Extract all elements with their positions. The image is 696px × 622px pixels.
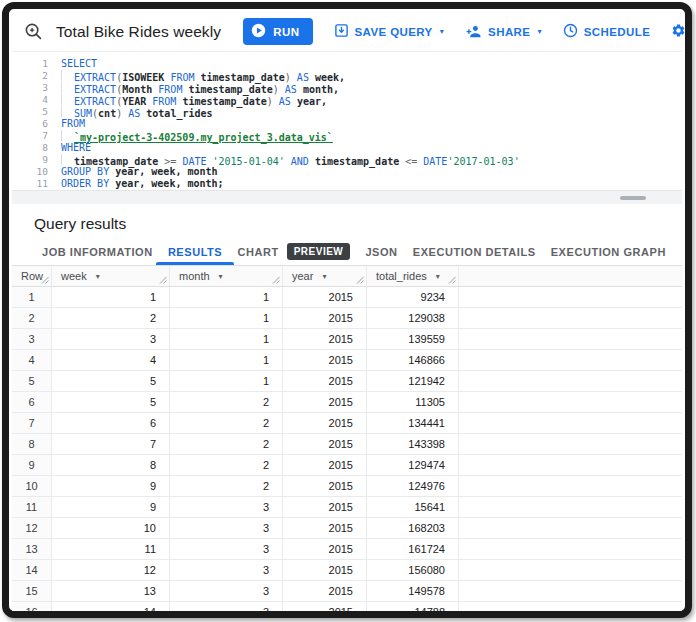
code-line[interactable]: 1SELECT bbox=[18, 58, 682, 70]
table-row: 1193201515641 bbox=[12, 497, 682, 518]
query-editor-toolbar: Total Bike Rides weekly RUN SAVE QUERY ▾ bbox=[12, 12, 682, 52]
code-text: EXTRACT(ISOWEEK FROM timestamp_date) AS … bbox=[61, 70, 345, 82]
column-resize-icon[interactable] bbox=[448, 276, 456, 284]
column-label: month bbox=[179, 270, 210, 282]
cell: 13 bbox=[52, 581, 170, 601]
line-number: 6 bbox=[18, 118, 61, 130]
line-number: 2 bbox=[18, 70, 61, 82]
table-row: 4412015146866 bbox=[12, 350, 682, 371]
cell: 2015 bbox=[283, 350, 367, 370]
cell: 3 bbox=[52, 329, 170, 349]
line-number: 9 bbox=[18, 154, 61, 166]
column-header-week[interactable]: week▾ bbox=[52, 266, 170, 286]
clock-icon bbox=[563, 23, 578, 40]
cell: 143398 bbox=[367, 434, 459, 454]
code-line[interactable]: 5SUM(cnt) AS total_rides bbox=[18, 106, 682, 118]
column-header-year[interactable]: year▾ bbox=[283, 266, 367, 286]
tab-execution-details[interactable]: EXECUTION DETAILS bbox=[413, 238, 536, 265]
cell: 2015 bbox=[283, 581, 367, 601]
tab-results[interactable]: RESULTS bbox=[168, 238, 222, 265]
cell: 14788 bbox=[367, 602, 459, 618]
code-line[interactable]: 8WHERE bbox=[18, 142, 682, 154]
cell: 12 bbox=[12, 518, 52, 538]
cell: 1 bbox=[170, 329, 283, 349]
query-title: Total Bike Rides weekly bbox=[56, 23, 221, 41]
cell: 9234 bbox=[367, 287, 459, 307]
more-button[interactable]: MORE ▾ bbox=[671, 18, 692, 45]
tab-job-information[interactable]: JOB INFORMATION bbox=[42, 238, 153, 265]
cell: 15 bbox=[12, 581, 52, 601]
cell: 14 bbox=[12, 560, 52, 580]
cell: 6 bbox=[52, 413, 170, 433]
cell: 2 bbox=[170, 434, 283, 454]
code-text: `my-project-3-402509.my_project_3.data_v… bbox=[61, 130, 333, 142]
line-number: 3 bbox=[18, 82, 61, 94]
column-menu-icon[interactable]: ▾ bbox=[322, 272, 326, 281]
code-text: WHERE bbox=[61, 142, 91, 154]
run-button[interactable]: RUN bbox=[243, 18, 312, 45]
code-line[interactable]: 4EXTRACT(YEAR FROM timestamp_date) AS ye… bbox=[18, 94, 682, 106]
cell: 1 bbox=[12, 287, 52, 307]
cell: 7 bbox=[12, 413, 52, 433]
cell: 3 bbox=[170, 581, 283, 601]
cell: 3 bbox=[170, 539, 283, 559]
tab-label: RESULTS bbox=[168, 246, 222, 258]
share-button[interactable]: SHARE ▾ bbox=[465, 18, 542, 45]
code-text: EXTRACT(YEAR FROM timestamp_date) AS yea… bbox=[61, 94, 327, 106]
cell: 3 bbox=[170, 560, 283, 580]
code-line[interactable]: 2EXTRACT(ISOWEEK FROM timestamp_date) AS… bbox=[18, 70, 682, 82]
column-resize-icon[interactable] bbox=[41, 276, 49, 284]
sql-editor[interactable]: 1SELECT2EXTRACT(ISOWEEK FROM timestamp_d… bbox=[12, 52, 682, 190]
column-menu-icon[interactable]: ▾ bbox=[436, 272, 440, 281]
cell: 5 bbox=[52, 392, 170, 412]
column-menu-icon[interactable]: ▾ bbox=[96, 272, 100, 281]
line-number: 7 bbox=[18, 130, 61, 142]
cell: 129474 bbox=[367, 455, 459, 475]
bigquery-window: Total Bike Rides weekly RUN SAVE QUERY ▾ bbox=[2, 2, 692, 618]
schedule-button[interactable]: SCHEDULE bbox=[563, 18, 650, 45]
table-row: 131132015161724 bbox=[12, 539, 682, 560]
schedule-label: SCHEDULE bbox=[584, 26, 650, 38]
code-line[interactable]: 11ORDER BY year, week, month; bbox=[18, 178, 682, 190]
column-menu-icon[interactable]: ▾ bbox=[219, 272, 223, 281]
results-title: Query results bbox=[12, 204, 682, 238]
cell: 15641 bbox=[367, 497, 459, 517]
cell: 16 bbox=[12, 602, 52, 618]
cell: 161724 bbox=[367, 539, 459, 559]
cell: 2 bbox=[170, 455, 283, 475]
tab-label: EXECUTION DETAILS bbox=[413, 246, 536, 258]
tab-execution-graph[interactable]: EXECUTION GRAPH bbox=[551, 238, 666, 265]
table-row: 141232015156080 bbox=[12, 560, 682, 581]
column-resize-icon[interactable] bbox=[272, 276, 280, 284]
code-line[interactable]: 9timestamp_date >= DATE '2015-01-04' AND… bbox=[18, 154, 682, 166]
line-number: 1 bbox=[18, 58, 61, 70]
tab-label: CHART bbox=[237, 246, 278, 258]
line-number: 11 bbox=[18, 178, 61, 190]
code-line[interactable]: 3EXTRACT(Month FROM timestamp_date) AS m… bbox=[18, 82, 682, 94]
code-line[interactable]: 10GROUP BY year, week, month bbox=[18, 166, 682, 178]
column-resize-icon[interactable] bbox=[356, 276, 364, 284]
cell: 2 bbox=[52, 308, 170, 328]
gear-icon bbox=[671, 23, 686, 40]
line-number: 8 bbox=[18, 142, 61, 154]
cell: 8 bbox=[12, 434, 52, 454]
save-query-button[interactable]: SAVE QUERY ▾ bbox=[334, 18, 445, 45]
panel-splitter[interactable] bbox=[12, 190, 682, 204]
toolbar-actions: RUN SAVE QUERY ▾ bbox=[243, 18, 692, 45]
cell: 2015 bbox=[283, 497, 367, 517]
table-header-row: Rowweek▾month▾year▾total_rides▾ bbox=[12, 265, 682, 287]
code-line[interactable]: 6FROM bbox=[18, 118, 682, 130]
column-header-month[interactable]: month▾ bbox=[170, 266, 283, 286]
sql-editor-lines: 1SELECT2EXTRACT(ISOWEEK FROM timestamp_d… bbox=[18, 58, 682, 190]
tab-label: JSON bbox=[365, 246, 397, 258]
code-line[interactable]: 7`my-project-3-402509.my_project_3.data_… bbox=[18, 130, 682, 142]
code-text: FROM bbox=[61, 118, 85, 130]
column-resize-icon[interactable] bbox=[159, 276, 167, 284]
drag-handle-icon[interactable] bbox=[620, 196, 646, 200]
cell: 6 bbox=[12, 392, 52, 412]
tab-json[interactable]: JSON bbox=[365, 238, 397, 265]
tab-chart[interactable]: CHARTPREVIEW bbox=[237, 238, 350, 265]
table-body: 1112015923422120151290383312015139559441… bbox=[12, 287, 682, 618]
cell: 3 bbox=[170, 497, 283, 517]
column-header-total_rides[interactable]: total_rides▾ bbox=[367, 266, 459, 286]
